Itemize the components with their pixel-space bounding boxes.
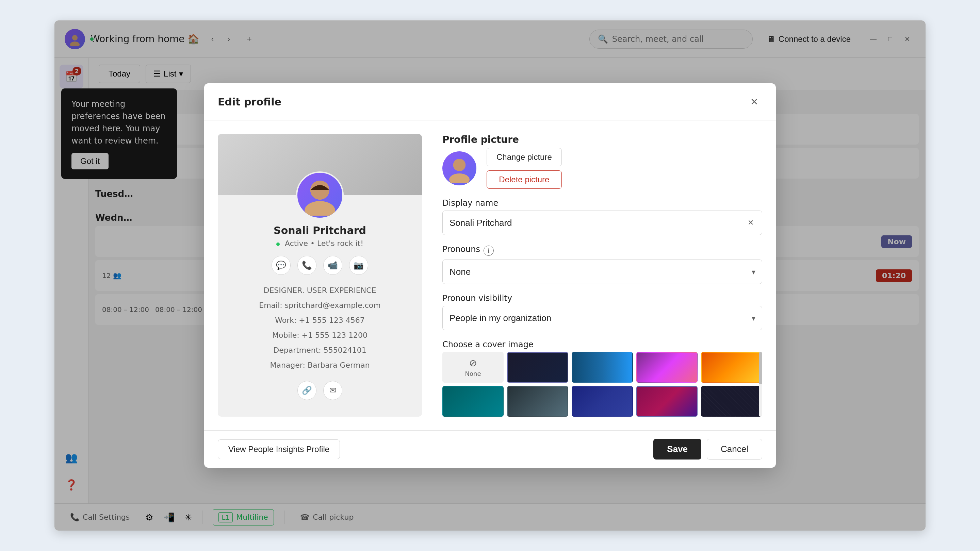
cover-scroll-track[interactable] [759,352,762,417]
picture-preview [442,151,476,185]
email-label: Email: [259,301,282,310]
work-row: Work: +1 555 123 4567 [231,313,408,328]
pronouns-section: Pronouns ℹ None He/Him She/Her They/Them… [442,245,762,284]
display-name-label: Display name [442,198,762,208]
work-value: +1 555 123 4567 [299,316,364,324]
cover-grid: ⊘ None [442,352,762,417]
display-name-clear-button[interactable]: ✕ [745,217,757,229]
profile-actions: 💬 📞 📹 📷 [231,256,408,275]
dept-value: 555024101 [324,346,366,354]
manager-row: Manager: Barbara German [231,358,408,373]
cover-none-icon: ⊘ [469,357,477,369]
modal-header: Edit profile ✕ [204,83,776,121]
manager-label: Manager: [270,361,305,369]
cover-grid-wrap: ⊘ None [442,352,762,417]
cover-item-7[interactable] [572,386,633,417]
modal-close-button[interactable]: ✕ [746,94,762,110]
cover-item-4[interactable] [701,352,762,383]
cover-item-1[interactable] [507,352,568,383]
status-sep: • [310,239,317,248]
pronouns-info-icon[interactable]: ℹ [484,246,494,256]
display-name-input[interactable] [442,211,762,235]
cover-image-label: Choose a cover image [442,340,762,349]
svg-point-9 [453,159,466,171]
pronoun-visibility-label: Pronoun visibility [442,294,762,303]
pronoun-visibility-select[interactable]: People in my organization Everyone Only … [442,306,762,330]
cover-item-5[interactable] [442,386,504,417]
app-window: Working from home 🏠 ‹ › + 🔍 Search, meet… [54,21,926,530]
svg-point-8 [449,173,469,183]
dept-label: Department: [273,346,321,354]
picture-buttons: Change picture Delete picture [487,148,562,189]
profile-link-button[interactable]: 🔗 [298,381,317,400]
display-name-input-wrap: ✕ [442,211,762,235]
cancel-button[interactable]: Cancel [707,439,762,459]
edit-profile-modal: Edit profile ✕ [204,83,776,468]
cover-none-label: None [465,370,481,377]
mobile-value: +1 555 123 1200 [302,331,368,340]
pronouns-label-row: Pronouns ℹ [442,245,762,257]
status-message: Let's rock it! [317,239,363,248]
chat-action-button[interactable]: 💬 [272,256,291,275]
cover-item-9[interactable] [701,386,762,417]
picture-row: Change picture Delete picture [442,148,762,189]
picture-section-title: Profile picture [442,134,762,145]
cover-none-item[interactable]: ⊘ None [442,352,504,383]
profile-bottom-actions: 🔗 ✉ [231,381,408,400]
view-insights-button[interactable]: View People Insights Profile [218,440,340,459]
footer-actions: Save Cancel [653,439,762,459]
status-dot [276,243,280,246]
cover-item-8[interactable] [636,386,698,417]
profile-status: Active • Let's rock it! [231,239,408,248]
email-row: Email: spritchard@example.com [231,298,408,313]
modal-footer: View People Insights Profile Save Cancel [204,430,776,468]
mobile-label: Mobile: [272,331,299,340]
profile-avatar-wrap [231,171,408,219]
modal-overlay: Edit profile ✕ [54,21,926,530]
video-action-button[interactable]: 📹 [323,256,342,275]
modal-title: Edit profile [218,96,282,108]
cover-item-3[interactable] [636,352,698,383]
pronouns-select[interactable]: None He/Him She/Her They/Them [442,259,762,284]
pronouns-label: Pronouns [442,245,480,254]
pronoun-visibility-select-wrap: People in my organization Everyone Only … [442,306,762,330]
change-picture-button[interactable]: Change picture [487,148,562,166]
display-name-section: Display name ✕ [442,198,762,235]
profile-card: Sonali Pritchard Active • Let's rock it!… [218,134,422,417]
manager-value: Barbara German [308,361,370,369]
call-action-button[interactable]: 📞 [298,256,317,275]
status-text: Active [285,239,308,248]
profile-card-avatar [296,171,344,219]
cover-item-2[interactable] [572,352,633,383]
pronouns-select-wrap: None He/Him She/Her They/Them ▾ [442,259,762,284]
delete-picture-button[interactable]: Delete picture [487,170,562,189]
mobile-row: Mobile: +1 555 123 1200 [231,328,408,343]
picture-section: Profile picture Change picture [442,134,762,189]
svg-point-5 [305,201,335,216]
work-label: Work: [275,316,296,324]
dept-row: Department: 555024101 [231,343,408,358]
cover-image-section: Choose a cover image ⊘ None [442,340,762,417]
modal-body: Sonali Pritchard Active • Let's rock it!… [204,121,776,430]
profile-name: Sonali Pritchard [231,224,408,237]
email-value: spritchard@example.com [285,301,381,310]
form-area: Profile picture Change picture [442,134,762,417]
job-title: DESIGNER. USER EXPERIENCE [231,283,408,298]
pronoun-visibility-section: Pronoun visibility People in my organiza… [442,294,762,330]
save-button[interactable]: Save [653,439,701,459]
profile-details: DESIGNER. USER EXPERIENCE Email: spritch… [231,283,408,373]
profile-card-content: Sonali Pritchard Active • Let's rock it!… [218,171,422,414]
cover-scroll-thumb [759,352,762,384]
profile-mail-button[interactable]: ✉ [323,381,342,400]
more-action-button[interactable]: 📷 [349,256,368,275]
cover-item-6[interactable] [507,386,568,417]
